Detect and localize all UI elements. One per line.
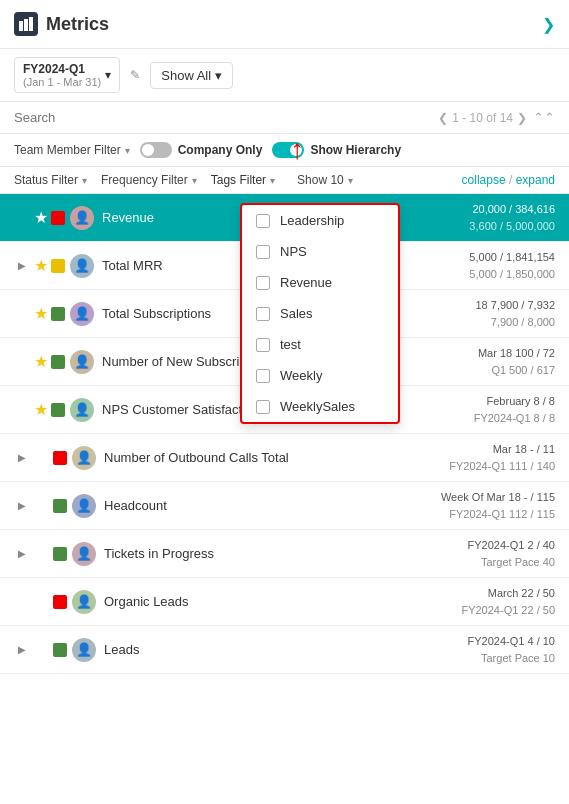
- metric-row[interactable]: ▶👤LeadsFY2024-Q1 4 / 10Target Pace 10: [0, 626, 569, 674]
- expand-button[interactable]: ▶: [14, 642, 30, 658]
- svg-rect-1: [24, 19, 28, 31]
- metric-avatar: 👤: [72, 590, 96, 614]
- metric-values: Mar 18 - / 11FY2024-Q1 111 / 140: [449, 441, 555, 474]
- expand-button[interactable]: ▶: [14, 498, 30, 514]
- favorite-star-icon[interactable]: ★: [34, 400, 48, 419]
- company-only-toggle-group: Company Only: [140, 142, 263, 158]
- show-hierarchy-toggle[interactable]: [272, 142, 304, 158]
- expand-button: [14, 306, 30, 322]
- metric-value-line2: Target Pace 40: [468, 554, 555, 571]
- collapse-link[interactable]: collapse: [462, 173, 506, 187]
- edit-icon[interactable]: ✎: [130, 68, 140, 82]
- team-member-filter[interactable]: Team Member Filter ▾: [14, 143, 130, 157]
- metric-value-line2: FY2024-Q1 8 / 8: [474, 410, 555, 427]
- expand-button[interactable]: ▶: [14, 258, 30, 274]
- metric-color-indicator: [53, 595, 67, 609]
- toolbar: FY2024-Q1 (Jan 1 - Mar 31) ▾ ✎ Show All …: [0, 49, 569, 102]
- tag-nps-checkbox[interactable]: [256, 245, 270, 259]
- metric-value-line1: Mar 18 - / 11: [449, 441, 555, 458]
- tag-leadership-checkbox[interactable]: [256, 214, 270, 228]
- collapse-rows-icon[interactable]: ⌃⌃: [533, 110, 555, 125]
- date-range-line1: FY2024-Q1: [23, 62, 101, 76]
- tag-weekly-label: Weekly: [280, 368, 322, 383]
- metric-value-line1: March 22 / 50: [461, 585, 555, 602]
- metric-value-line1: 5,000 / 1,841,154: [469, 249, 555, 266]
- tag-weekly[interactable]: Weekly: [242, 360, 398, 391]
- tag-nps[interactable]: NPS: [242, 236, 398, 267]
- tag-sales[interactable]: Sales: [242, 298, 398, 329]
- status-filter-arrow: ▾: [82, 175, 87, 186]
- metric-values: 20,000 / 384,6163,600 / 5,000,000: [469, 201, 555, 234]
- metric-value-line1: FY2024-Q1 2 / 40: [468, 537, 555, 554]
- metric-avatar: 👤: [72, 494, 96, 518]
- metric-avatar: 👤: [70, 398, 94, 422]
- favorite-star-icon[interactable]: ★: [34, 256, 48, 275]
- metric-color-indicator: [51, 307, 65, 321]
- search-input[interactable]: [14, 110, 438, 125]
- tag-leadership-label: Leadership: [280, 213, 344, 228]
- favorite-star-icon[interactable]: ★: [34, 208, 48, 227]
- tag-weeklysales-label: WeeklySales: [280, 399, 355, 414]
- show-hierarchy-label: Show Hierarchy: [310, 143, 401, 157]
- collapse-sidebar-icon[interactable]: ❯: [542, 15, 555, 34]
- metric-row[interactable]: ▶👤HeadcountWeek Of Mar 18 - / 115FY2024-…: [0, 482, 569, 530]
- tag-revenue[interactable]: Revenue: [242, 267, 398, 298]
- metric-color-indicator: [51, 211, 65, 225]
- tag-revenue-label: Revenue: [280, 275, 332, 290]
- date-range-picker[interactable]: FY2024-Q1 (Jan 1 - Mar 31) ▾: [14, 57, 120, 93]
- show-hierarchy-toggle-group: Show Hierarchy: [272, 142, 401, 158]
- next-page-icon[interactable]: ❯: [517, 111, 527, 125]
- metric-name: Tickets in Progress: [104, 546, 468, 561]
- favorite-star-icon[interactable]: ★: [34, 352, 48, 371]
- expand-button[interactable]: ▶: [14, 450, 30, 466]
- expand-button: [14, 210, 30, 226]
- metric-avatar: 👤: [72, 446, 96, 470]
- metric-value-line2: FY2024-Q1 112 / 115: [441, 506, 555, 523]
- tag-weeklysales-checkbox[interactable]: [256, 400, 270, 414]
- tag-weeklysales[interactable]: WeeklySales: [242, 391, 398, 422]
- expand-button[interactable]: ▶: [14, 546, 30, 562]
- expand-link[interactable]: expand: [516, 173, 555, 187]
- filters-row-1: Team Member Filter ▾ Company Only Show H…: [0, 134, 569, 167]
- metric-values: FY2024-Q1 4 / 10Target Pace 10: [468, 633, 555, 666]
- metric-row[interactable]: ▶👤Number of Outbound Calls TotalMar 18 -…: [0, 434, 569, 482]
- page-title: Metrics: [46, 14, 542, 35]
- tags-filter[interactable]: Tags Filter ▾: [211, 173, 275, 187]
- metric-value-line2: FY2024-Q1 111 / 140: [449, 458, 555, 475]
- svg-rect-2: [29, 17, 33, 31]
- metric-value-line1: Week Of Mar 18 - / 115: [441, 489, 555, 506]
- pagination: ❮ 1 - 10 of 14 ❯: [438, 111, 527, 125]
- tag-weekly-checkbox[interactable]: [256, 369, 270, 383]
- show-all-button[interactable]: Show All ▾: [150, 62, 233, 89]
- show-count-filter[interactable]: Show 10 ▾: [297, 173, 353, 187]
- expand-button: [14, 594, 30, 610]
- tag-test[interactable]: test: [242, 329, 398, 360]
- metric-row[interactable]: 👤Organic LeadsMarch 22 / 50FY2024-Q1 22 …: [0, 578, 569, 626]
- tag-test-label: test: [280, 337, 301, 352]
- tag-revenue-checkbox[interactable]: [256, 276, 270, 290]
- favorite-star-icon[interactable]: ★: [34, 304, 48, 323]
- metric-row[interactable]: ▶👤Tickets in ProgressFY2024-Q1 2 / 40Tar…: [0, 530, 569, 578]
- metric-values: February 8 / 8FY2024-Q1 8 / 8: [474, 393, 555, 426]
- metric-values: Mar 18 100 / 72Q1 500 / 617: [478, 345, 555, 378]
- filters-row-2: Status Filter ▾ Frequency Filter ▾ Tags …: [0, 167, 569, 194]
- metric-value-line1: February 8 / 8: [474, 393, 555, 410]
- metric-name: Number of Outbound Calls Total: [104, 450, 449, 465]
- metric-color-indicator: [53, 547, 67, 561]
- date-range-line2: (Jan 1 - Mar 31): [23, 76, 101, 88]
- prev-page-icon[interactable]: ❮: [438, 111, 448, 125]
- tag-leadership[interactable]: Leadership: [242, 205, 398, 236]
- metric-name: Organic Leads: [104, 594, 461, 609]
- frequency-filter[interactable]: Frequency Filter ▾: [101, 173, 197, 187]
- metric-color-indicator: [53, 451, 67, 465]
- status-filter[interactable]: Status Filter ▾: [14, 173, 87, 187]
- metric-value-line1: FY2024-Q1 4 / 10: [468, 633, 555, 650]
- tag-sales-checkbox[interactable]: [256, 307, 270, 321]
- tag-test-checkbox[interactable]: [256, 338, 270, 352]
- metric-value-line1: 20,000 / 384,616: [469, 201, 555, 218]
- metric-values: 5,000 / 1,841,1545,000 / 1,850,000: [469, 249, 555, 282]
- company-only-toggle[interactable]: [140, 142, 172, 158]
- metric-value-line2: Q1 500 / 617: [478, 362, 555, 379]
- tag-sales-label: Sales: [280, 306, 313, 321]
- company-only-label: Company Only: [178, 143, 263, 157]
